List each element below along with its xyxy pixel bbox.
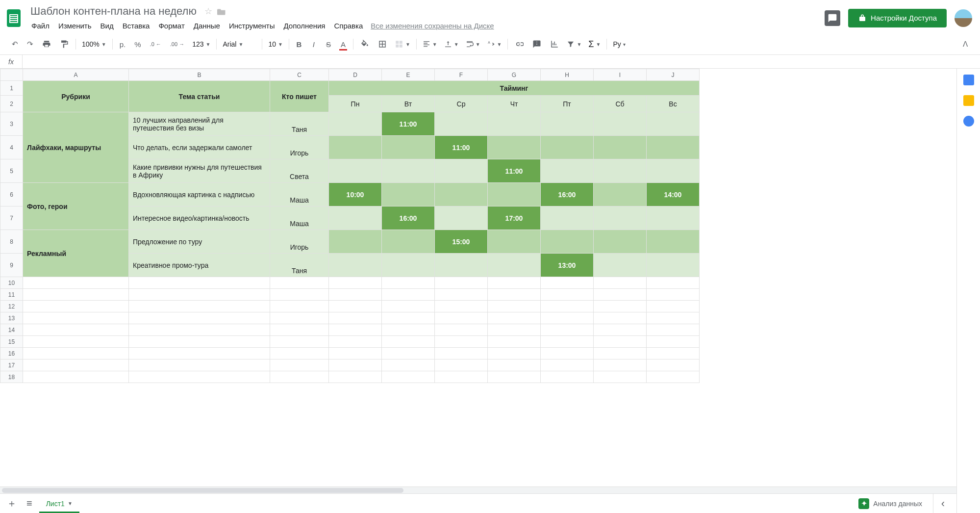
cell-empty[interactable] (129, 277, 270, 289)
cell-empty[interactable] (541, 371, 594, 383)
topic-2-0[interactable]: Предложение по туру (129, 230, 270, 254)
col-header-D[interactable]: D (329, 69, 382, 81)
row-header-11[interactable]: 11 (0, 289, 23, 301)
menu-справка[interactable]: Справка (330, 20, 367, 32)
folder-icon[interactable] (217, 7, 226, 15)
cell-empty[interactable] (329, 371, 382, 383)
time-0-1-4[interactable] (541, 136, 594, 159)
menu-изменить[interactable]: Изменить (54, 20, 96, 32)
cell-empty[interactable] (329, 289, 382, 301)
horizontal-align-dropdown[interactable]: ▼ (420, 38, 440, 50)
cell-empty[interactable] (23, 324, 129, 336)
cell-empty[interactable] (129, 336, 270, 348)
insert-link-button[interactable] (511, 37, 528, 51)
insert-comment-button[interactable] (528, 37, 545, 51)
menu-файл[interactable]: Файл (27, 20, 53, 32)
time-0-2-2[interactable] (435, 159, 488, 183)
cell-empty[interactable] (329, 277, 382, 289)
time-0-2-4[interactable] (541, 159, 594, 183)
cell-empty[interactable] (488, 336, 541, 348)
row-header-14[interactable]: 14 (0, 324, 23, 336)
cell-empty[interactable] (129, 312, 270, 324)
time-2-0-2[interactable]: 15:00 (435, 230, 488, 254)
time-2-1-6[interactable] (647, 254, 700, 277)
cell-empty[interactable] (647, 324, 700, 336)
time-0-0-2[interactable] (435, 112, 488, 136)
topic-0-0[interactable]: 10 лучших направлений для путешествия бе… (129, 112, 270, 136)
cell-empty[interactable] (382, 289, 435, 301)
cell-empty[interactable] (435, 336, 488, 348)
cell-empty[interactable] (23, 371, 129, 383)
document-title[interactable]: Шаблон контен-плана на неделю (27, 4, 200, 19)
header-day-5[interactable]: Сб (594, 96, 647, 112)
menu-вставка[interactable]: Вставка (119, 20, 154, 32)
cell-empty[interactable] (594, 289, 647, 301)
rubric-0[interactable]: Лайфхаки, маршруты (23, 112, 129, 183)
row-header-4[interactable]: 4 (0, 136, 23, 159)
cell-empty[interactable] (382, 359, 435, 371)
font-family-dropdown[interactable]: Arial▼ (220, 38, 259, 50)
time-1-0-2[interactable] (435, 183, 488, 206)
cell-empty[interactable] (488, 289, 541, 301)
cell-empty[interactable] (594, 277, 647, 289)
col-header-E[interactable]: E (382, 69, 435, 81)
increase-decimal-button[interactable]: .00 → (166, 38, 188, 50)
text-color-button[interactable]: A (336, 37, 350, 51)
header-timing[interactable]: Тайминг (329, 81, 700, 96)
row-header-5[interactable]: 5 (0, 159, 23, 183)
time-0-2-1[interactable] (382, 159, 435, 183)
cell-empty[interactable] (541, 277, 594, 289)
header-day-0[interactable]: Пн (329, 96, 382, 112)
cell-empty[interactable] (23, 277, 129, 289)
time-0-1-1[interactable] (382, 136, 435, 159)
time-0-0-1[interactable]: 11:00 (382, 112, 435, 136)
cell-empty[interactable] (541, 336, 594, 348)
percent-button[interactable]: % (130, 37, 145, 51)
time-2-1-5[interactable] (594, 254, 647, 277)
account-avatar[interactable] (955, 9, 972, 27)
cell-empty[interactable] (594, 371, 647, 383)
cell-empty[interactable] (270, 301, 329, 312)
cell-empty[interactable] (129, 359, 270, 371)
input-language-dropdown[interactable]: Ру▾ (610, 38, 628, 50)
all-sheets-button[interactable]: ≡ (24, 495, 35, 512)
redo-button[interactable]: ↷ (23, 37, 37, 51)
cell-empty[interactable] (129, 348, 270, 359)
topic-0-2[interactable]: Какие прививки нужны для путешествия в А… (129, 159, 270, 183)
cell-empty[interactable] (270, 277, 329, 289)
cell-empty[interactable] (647, 301, 700, 312)
time-0-0-3[interactable] (488, 112, 541, 136)
cell-empty[interactable] (594, 348, 647, 359)
zoom-dropdown[interactable]: 100%▼ (79, 38, 109, 50)
author-1-0[interactable]: Маша (270, 183, 329, 206)
time-1-1-6[interactable] (647, 206, 700, 230)
cell-empty[interactable] (647, 277, 700, 289)
time-2-0-0[interactable] (329, 230, 382, 254)
time-1-0-6[interactable]: 14:00 (647, 183, 700, 206)
side-panel-toggle[interactable]: ‹ (933, 494, 953, 513)
add-sheet-button[interactable]: ＋ (4, 494, 20, 513)
cell-empty[interactable] (129, 301, 270, 312)
functions-dropdown[interactable]: Σ▼ (585, 37, 603, 51)
cell-empty[interactable] (541, 289, 594, 301)
time-0-0-0[interactable] (329, 112, 382, 136)
row-header-10[interactable]: 10 (0, 277, 23, 289)
menu-вид[interactable]: Вид (97, 20, 118, 32)
insert-chart-button[interactable] (546, 37, 563, 51)
cell-empty[interactable] (435, 277, 488, 289)
cell-empty[interactable] (382, 312, 435, 324)
time-1-1-5[interactable] (594, 206, 647, 230)
time-1-1-4[interactable] (541, 206, 594, 230)
star-icon[interactable]: ☆ (204, 6, 212, 17)
cell-empty[interactable] (329, 312, 382, 324)
cell-empty[interactable] (435, 312, 488, 324)
time-1-0-1[interactable] (382, 183, 435, 206)
cell-empty[interactable] (488, 301, 541, 312)
cell-empty[interactable] (541, 348, 594, 359)
keep-addon-icon[interactable] (963, 95, 974, 106)
cell-empty[interactable] (129, 371, 270, 383)
time-1-0-5[interactable] (594, 183, 647, 206)
fx-icon[interactable]: fx (0, 55, 23, 68)
cell-empty[interactable] (488, 371, 541, 383)
time-2-1-1[interactable] (382, 254, 435, 277)
